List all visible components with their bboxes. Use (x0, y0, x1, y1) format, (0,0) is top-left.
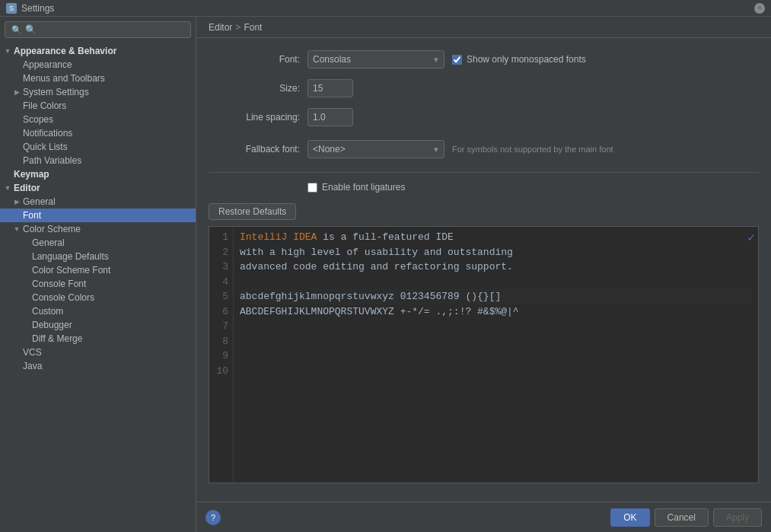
expand-arrow-cs-general (21, 238, 30, 247)
sidebar-item-menus-toolbars[interactable]: Menus and Toolbars (0, 72, 196, 85)
line-num-1: 1 (214, 230, 228, 245)
sidebar-item-cs-diff-merge[interactable]: Diff & Merge (0, 332, 196, 346)
sidebar-label-cs-console-colors: Console Colors (32, 292, 94, 303)
ligatures-label: Enable font ligatures (322, 182, 405, 193)
breadcrumb: Editor > Font (196, 17, 771, 38)
expand-arrow-cs-console-font (21, 279, 30, 288)
font-select-wrapper: Consolas Courier New DejaVu Sans Mono Mo… (307, 50, 444, 68)
fallback-row: Fallback font: <None> ▼ For symbols not … (209, 140, 759, 158)
line-num-3: 3 (214, 260, 228, 275)
close-button[interactable]: ✕ (754, 3, 765, 14)
app-icon: S (6, 3, 17, 14)
sidebar-item-general[interactable]: ▶ General (0, 195, 196, 209)
form-separator (209, 172, 759, 173)
preview-line-8 (240, 334, 752, 349)
sidebar-item-quick-lists[interactable]: Quick Lists (0, 140, 196, 154)
sidebar-item-appearance-behavior[interactable]: ▼ Appearance & Behavior (0, 44, 196, 58)
show-mono-checkbox[interactable] (452, 55, 462, 65)
size-input[interactable] (307, 79, 353, 97)
sidebar-item-cs-general[interactable]: General (0, 236, 196, 250)
ok-button[interactable]: OK (610, 508, 649, 527)
sidebar-item-java[interactable]: Java (0, 359, 196, 373)
sidebar-item-cs-console-colors[interactable]: Console Colors (0, 291, 196, 304)
sidebar-item-file-colors[interactable]: File Colors (0, 99, 196, 113)
sidebar-label-vcs: VCS (23, 347, 42, 358)
preview-line-6: ABCDEFGHIJKLMNOPQRSTUVWXYZ +-*/= .,;:!? … (240, 304, 752, 320)
bottom-bar: ? OK Cancel Apply (196, 502, 771, 532)
line-spacing-input[interactable] (307, 108, 353, 126)
expand-arrow-menus (12, 74, 21, 83)
sidebar-label-quick-lists: Quick Lists (23, 142, 68, 152)
search-box[interactable]: 🔍 (5, 21, 191, 38)
sidebar-item-keymap[interactable]: Keymap (0, 167, 196, 181)
sidebar-label-path-variables: Path Variables (23, 155, 81, 166)
sidebar-label-color-scheme: Color Scheme (23, 224, 81, 234)
sidebar-label-cs-diff: Diff & Merge (32, 333, 82, 344)
sidebar-label-keymap: Keymap (14, 169, 49, 180)
sidebar-item-path-variables[interactable]: Path Variables (0, 154, 196, 167)
apply-button[interactable]: Apply (713, 508, 762, 527)
expand-arrow-appearance-behavior: ▼ (3, 46, 12, 56)
sidebar-label-system: System Settings (23, 87, 89, 97)
sidebar-label-cs-lang: Language Defaults (32, 251, 109, 262)
titlebar: S Settings ✕ (0, 0, 771, 17)
ligatures-checkbox[interactable] (307, 183, 317, 193)
expand-arrow-cs-console-colors (21, 293, 30, 302)
sidebar-label-appearance-behavior: Appearance & Behavior (14, 46, 116, 56)
sidebar-item-cs-color-scheme-font[interactable]: Color Scheme Font (0, 263, 196, 277)
fallback-select[interactable]: <None> (307, 140, 444, 158)
font-select[interactable]: Consolas Courier New DejaVu Sans Mono Mo… (307, 50, 444, 68)
sidebar-item-cs-lang-defaults[interactable]: Language Defaults (0, 250, 196, 263)
sidebar-item-vcs[interactable]: VCS (0, 346, 196, 359)
help-button[interactable]: ? (205, 510, 221, 525)
sidebar-item-scopes[interactable]: Scopes (0, 113, 196, 126)
restore-defaults-button[interactable]: Restore Defaults (209, 203, 296, 220)
size-row: Size: (209, 79, 759, 97)
sidebar-item-color-scheme[interactable]: ▼ Color Scheme (0, 222, 196, 236)
expand-arrow-cs-font (21, 266, 30, 275)
preview-line-10 (240, 364, 752, 379)
sidebar-label-scopes: Scopes (23, 114, 53, 125)
preview-line-5: abcdefghijklmnopqrstuvwxyz 0123456789 ()… (240, 289, 752, 304)
line-num-4: 4 (214, 275, 228, 290)
sidebar-label-java: Java (23, 361, 42, 371)
fallback-select-wrapper: <None> ▼ (307, 140, 444, 158)
ligatures-checkbox-row: Enable font ligatures (307, 182, 405, 193)
sidebar-label-cs-font: Color Scheme Font (32, 265, 110, 276)
search-input[interactable] (25, 24, 184, 35)
line-spacing-label: Line spacing: (209, 112, 300, 123)
cancel-button[interactable]: Cancel (655, 508, 709, 527)
sidebar-item-system-settings[interactable]: ▶ System Settings (0, 85, 196, 99)
fallback-hint: For symbols not supported by the main fo… (452, 145, 613, 154)
line-num-5: 5 (214, 289, 228, 304)
expand-arrow-cs-lang (21, 252, 30, 261)
sidebar-item-notifications[interactable]: Notifications (0, 126, 196, 140)
sidebar-item-font[interactable]: Font (0, 209, 196, 222)
sidebar-item-appearance[interactable]: Appearance (0, 58, 196, 72)
sidebar-label-cs-custom: Custom (32, 306, 63, 317)
expand-arrow-scopes (12, 115, 21, 124)
sidebar-item-cs-console-font[interactable]: Console Font (0, 277, 196, 291)
expand-arrow-system: ▶ (12, 88, 21, 97)
sidebar-label-menus: Menus and Toolbars (23, 73, 105, 84)
line-num-10: 10 (214, 364, 228, 379)
font-preview: 1 2 3 4 5 6 7 8 9 10 IntelliJ IDEA is a … (209, 226, 759, 483)
preview-line-3: advanced code editing and refactoring su… (240, 260, 752, 275)
expand-arrow-cs-diff (21, 334, 30, 343)
preview-line-1: IntelliJ IDEA is a full-featured IDE (240, 230, 752, 245)
expand-arrow-appearance (12, 60, 21, 69)
expand-arrow-vcs (12, 348, 21, 357)
sidebar-item-cs-custom[interactable]: Custom (0, 304, 196, 318)
sidebar-label-cs-console-font: Console Font (32, 279, 86, 289)
settings-form: Font: Consolas Courier New DejaVu Sans M… (196, 38, 771, 502)
window-controls: ✕ (754, 3, 765, 14)
breadcrumb-font: Font (244, 22, 262, 33)
fallback-label: Fallback font: (209, 144, 300, 155)
expand-arrow-cs-debugger (21, 320, 30, 330)
font-label: Font: (209, 54, 300, 65)
sidebar-item-editor[interactable]: ▼ Editor (0, 181, 196, 195)
preview-check-icon: ✓ (747, 230, 755, 245)
expand-arrow-editor: ▼ (3, 183, 12, 193)
expand-arrow-file-colors (12, 101, 21, 110)
sidebar-item-cs-debugger[interactable]: Debugger (0, 318, 196, 332)
